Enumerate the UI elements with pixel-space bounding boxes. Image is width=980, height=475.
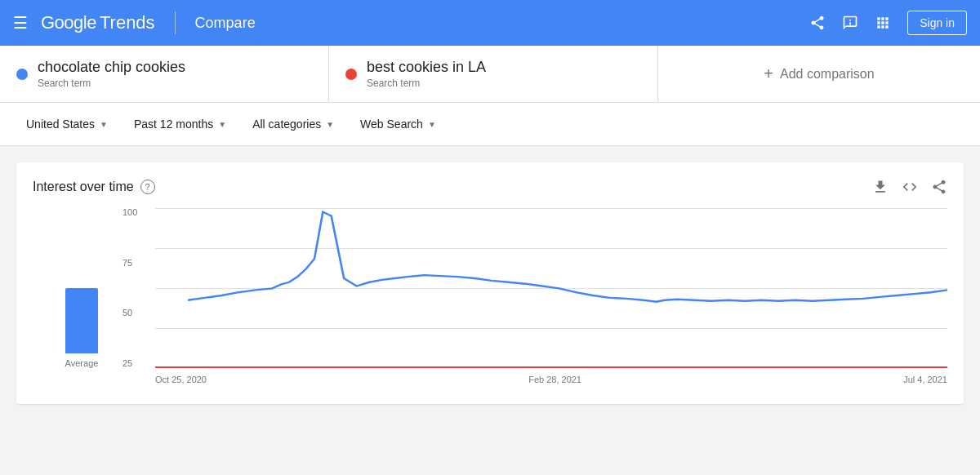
filter-category-label: All categories bbox=[252, 118, 321, 131]
share-header-button[interactable] bbox=[809, 15, 826, 31]
help-icon[interactable]: ? bbox=[140, 180, 155, 194]
share-card-icon bbox=[931, 179, 947, 195]
trend-line-svg bbox=[188, 208, 947, 348]
header: ☰ Google Trends Compare Sign in bbox=[0, 0, 980, 46]
card-actions bbox=[872, 179, 947, 195]
y-axis: 100 75 50 25 bbox=[122, 208, 137, 368]
add-comparison-label: Add comparison bbox=[780, 67, 875, 82]
chart-container: Average 100 75 50 25 bbox=[41, 208, 947, 388]
feedback-icon bbox=[842, 15, 858, 31]
header-compare-label: Compare bbox=[195, 15, 256, 32]
card-title-group: Interest over time ? bbox=[33, 180, 155, 194]
x-label-jul: Jul 4, 2021 bbox=[903, 375, 947, 384]
add-comparison-plus-icon: + bbox=[764, 64, 773, 83]
avg-bar bbox=[65, 288, 98, 353]
avg-label: Average bbox=[65, 358, 99, 368]
search-terms-bar: chocolate chip cookies Search term best … bbox=[0, 46, 980, 103]
filter-time[interactable]: Past 12 months ▼ bbox=[124, 113, 236, 135]
chart-left: Average bbox=[41, 208, 122, 388]
share-icon bbox=[809, 15, 826, 31]
apps-icon bbox=[875, 15, 891, 31]
logo: Google Trends bbox=[41, 12, 155, 33]
filter-category[interactable]: All categories ▼ bbox=[243, 113, 344, 135]
filter-time-label: Past 12 months bbox=[134, 118, 213, 131]
filter-time-arrow: ▼ bbox=[218, 120, 226, 129]
term-type-2: Search term bbox=[367, 78, 486, 89]
search-term-item-2[interactable]: best cookies in LA Search term bbox=[329, 46, 658, 102]
download-icon bbox=[872, 179, 889, 195]
logo-google: Google bbox=[41, 12, 96, 33]
code-icon bbox=[902, 179, 918, 195]
x-label-oct: Oct 25, 2020 bbox=[155, 375, 207, 384]
svg-rect-0 bbox=[849, 20, 851, 21]
filter-region-arrow: ▼ bbox=[100, 120, 108, 129]
search-term-item-1[interactable]: chocolate chip cookies Search term bbox=[0, 46, 329, 102]
term-name-1: chocolate chip cookies bbox=[38, 59, 185, 76]
svg-rect-1 bbox=[849, 22, 851, 24]
x-label-feb: Feb 28, 2021 bbox=[528, 375, 581, 384]
card-title: Interest over time bbox=[33, 180, 134, 194]
sign-in-button[interactable]: Sign in bbox=[907, 11, 967, 35]
term-type-1: Search term bbox=[38, 78, 185, 89]
y-label-75: 75 bbox=[122, 259, 137, 268]
feedback-button[interactable] bbox=[842, 15, 858, 31]
red-baseline bbox=[155, 366, 947, 368]
card-header: Interest over time ? bbox=[33, 179, 947, 195]
x-axis-labels: Oct 25, 2020 Feb 28, 2021 Jul 4, 2021 bbox=[155, 371, 947, 388]
term-text-2: best cookies in LA Search term bbox=[367, 59, 486, 89]
filter-search-type[interactable]: Web Search ▼ bbox=[350, 113, 446, 135]
filter-category-arrow: ▼ bbox=[326, 120, 334, 129]
menu-icon[interactable]: ☰ bbox=[13, 13, 28, 33]
term-text-1: chocolate chip cookies Search term bbox=[38, 59, 185, 89]
term-name-2: best cookies in LA bbox=[367, 59, 486, 76]
interest-over-time-card: Interest over time ? bbox=[16, 162, 964, 404]
y-label-25: 25 bbox=[122, 359, 137, 368]
filter-region[interactable]: United States ▼ bbox=[16, 113, 118, 135]
chart-right: 100 75 50 25 bbox=[122, 208, 947, 388]
filters-bar: United States ▼ Past 12 months ▼ All cat… bbox=[0, 103, 980, 146]
main-content: Interest over time ? bbox=[0, 146, 980, 420]
chart-inner: Average 100 75 50 25 bbox=[41, 208, 947, 388]
y-label-100: 100 bbox=[122, 208, 137, 217]
term-dot-2 bbox=[345, 69, 357, 80]
share-card-button[interactable] bbox=[931, 179, 947, 195]
y-label-50: 50 bbox=[122, 309, 137, 317]
filter-region-label: United States bbox=[26, 118, 95, 131]
chart-area bbox=[155, 208, 947, 368]
filter-search-type-label: Web Search bbox=[360, 118, 423, 131]
header-icons: Sign in bbox=[809, 11, 967, 35]
logo-trends: Trends bbox=[100, 12, 155, 33]
filter-search-type-arrow: ▼ bbox=[428, 120, 436, 129]
header-divider bbox=[175, 11, 176, 34]
term-dot-1 bbox=[16, 69, 28, 80]
add-comparison[interactable]: + Add comparison bbox=[658, 46, 980, 102]
embed-button[interactable] bbox=[902, 179, 918, 195]
download-button[interactable] bbox=[872, 179, 889, 195]
apps-button[interactable] bbox=[875, 15, 891, 31]
